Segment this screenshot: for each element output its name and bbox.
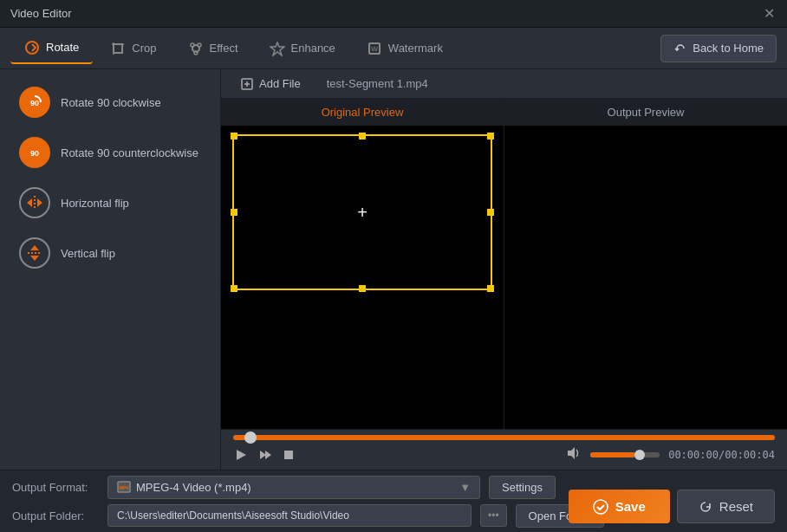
svg-point-6 bbox=[198, 43, 201, 47]
vertical-flip-option[interactable]: Vertical flip bbox=[5, 229, 215, 277]
tab-enhance-label: Enhance bbox=[291, 42, 335, 55]
svg-marker-14 bbox=[27, 198, 32, 207]
rotate-ccw-icon: 90 bbox=[19, 137, 50, 168]
svg-rect-25 bbox=[284, 451, 293, 459]
tab-watermark[interactable]: W Watermark bbox=[353, 34, 457, 63]
format-select[interactable]: MP4 MPEG-4 Video (*.mp4) ▼ bbox=[107, 476, 480, 499]
back-icon bbox=[673, 42, 687, 55]
crop-handle-tm[interactable] bbox=[359, 133, 366, 139]
folder-path[interactable]: C:\Users\editer\Documents\Aiseesoft Stud… bbox=[107, 504, 472, 527]
reset-label: Reset bbox=[719, 499, 753, 514]
crop-tab-icon bbox=[110, 41, 126, 56]
tab-bar-right: Back to Home bbox=[660, 35, 777, 62]
window-title: Video Editor bbox=[10, 7, 72, 20]
back-to-home-button[interactable]: Back to Home bbox=[660, 35, 777, 62]
title-bar: Video Editor ✕ bbox=[0, 0, 787, 28]
tab-enhance[interactable]: Enhance bbox=[256, 34, 349, 63]
crop-handle-bl[interactable] bbox=[231, 285, 237, 292]
svg-marker-24 bbox=[265, 451, 271, 459]
crop-handle-ml[interactable] bbox=[231, 209, 237, 216]
volume-thumb[interactable] bbox=[634, 450, 645, 460]
enhance-tab-icon bbox=[270, 41, 285, 56]
bottom-bar: Output Format: MP4 MPEG-4 Video (*.mp4) … bbox=[0, 470, 787, 532]
format-value: MPEG-4 Video (*.mp4) bbox=[136, 481, 251, 494]
crop-handle-tr[interactable] bbox=[487, 133, 494, 139]
svg-marker-26 bbox=[568, 447, 575, 459]
volume-icon bbox=[566, 445, 582, 464]
tab-crop-label: Crop bbox=[132, 42, 156, 55]
svg-marker-17 bbox=[30, 245, 39, 250]
progress-bar[interactable] bbox=[233, 435, 775, 440]
output-preview-panel: Output Preview bbox=[504, 99, 787, 429]
tab-bar: Rotate Crop Effect bbox=[0, 28, 787, 69]
back-to-home-label: Back to Home bbox=[693, 42, 764, 55]
original-preview-panel: Original Preview bbox=[221, 99, 504, 429]
crop-handle-br[interactable] bbox=[487, 285, 494, 292]
stop-icon bbox=[283, 450, 294, 460]
rotate-ccw-option[interactable]: 90 Rotate 90 counterclockwise bbox=[5, 128, 215, 177]
left-panel: 90 Rotate 90 clockwise 90 Rotate 90 coun… bbox=[0, 69, 221, 470]
output-format-label: Output Format: bbox=[12, 481, 99, 494]
reset-icon bbox=[699, 500, 712, 514]
output-folder-label: Output Folder: bbox=[12, 509, 99, 522]
tab-rotate[interactable]: Rotate bbox=[10, 33, 93, 64]
step-forward-button[interactable] bbox=[257, 447, 273, 463]
hflip-icon bbox=[19, 187, 50, 218]
save-button[interactable]: Save bbox=[569, 490, 670, 523]
file-bar: Add File test-Segment 1.mp4 bbox=[221, 69, 787, 99]
horizontal-flip-option[interactable]: Horizontal flip bbox=[5, 178, 215, 227]
rotate-tab-icon bbox=[24, 40, 40, 55]
dropdown-arrow-icon: ▼ bbox=[459, 481, 471, 494]
add-file-label: Add File bbox=[259, 77, 301, 90]
play-button[interactable] bbox=[233, 447, 249, 463]
close-button[interactable]: ✕ bbox=[761, 6, 777, 22]
settings-button[interactable]: Settings bbox=[489, 476, 556, 499]
rotate-cw-option[interactable]: 90 Rotate 90 clockwise bbox=[5, 78, 215, 127]
rotate-cw-label: Rotate 90 clockwise bbox=[61, 96, 161, 109]
tab-effect[interactable]: Effect bbox=[174, 34, 252, 63]
svg-marker-23 bbox=[260, 451, 266, 459]
volume-fill bbox=[590, 452, 635, 457]
original-video-area bbox=[221, 126, 504, 429]
controls-row: 00:00:00/00:00:04 bbox=[233, 445, 775, 464]
progress-thumb[interactable] bbox=[244, 431, 257, 444]
rotate-ccw-label: Rotate 90 counterclockwise bbox=[61, 146, 198, 159]
folder-ellipsis-button[interactable]: ••• bbox=[480, 504, 507, 527]
add-file-button[interactable]: Add File bbox=[231, 74, 309, 94]
hflip-label: Horizontal flip bbox=[61, 197, 129, 210]
svg-text:W: W bbox=[371, 45, 378, 53]
output-preview-label: Output Preview bbox=[504, 99, 787, 126]
crop-handle-mr[interactable] bbox=[487, 209, 494, 216]
main-content: 90 Rotate 90 clockwise 90 Rotate 90 coun… bbox=[0, 69, 787, 470]
vflip-label: Vertical flip bbox=[61, 247, 115, 260]
crop-box[interactable] bbox=[232, 134, 492, 290]
svg-marker-18 bbox=[30, 256, 39, 261]
tab-rotate-label: Rotate bbox=[46, 41, 79, 54]
output-video-area bbox=[504, 126, 787, 429]
svg-text:90: 90 bbox=[30, 99, 39, 107]
action-buttons: Save Reset bbox=[569, 490, 775, 523]
tab-crop[interactable]: Crop bbox=[96, 34, 170, 63]
play-icon bbox=[235, 449, 247, 461]
svg-marker-22 bbox=[237, 450, 246, 460]
svg-text:90: 90 bbox=[30, 149, 39, 158]
svg-marker-15 bbox=[37, 198, 42, 207]
crop-handle-bm[interactable] bbox=[359, 285, 366, 292]
save-icon bbox=[593, 499, 608, 515]
reset-button[interactable]: Reset bbox=[677, 490, 775, 523]
volume-slider[interactable] bbox=[590, 452, 660, 457]
original-preview-label: Original Preview bbox=[221, 99, 504, 126]
right-panel: Add File test-Segment 1.mp4 Original Pre… bbox=[221, 69, 787, 470]
preview-area: Original Preview Output Pre bbox=[221, 99, 787, 430]
rotate-cw-icon: 90 bbox=[19, 87, 50, 118]
settings-label: Settings bbox=[502, 481, 543, 494]
svg-point-5 bbox=[191, 43, 194, 47]
crop-handle-tl[interactable] bbox=[231, 133, 237, 139]
svg-rect-1 bbox=[114, 44, 122, 53]
playback-bar: 00:00:00/00:00:04 bbox=[221, 430, 787, 470]
file-name: test-Segment 1.mp4 bbox=[327, 77, 428, 90]
step-forward-icon bbox=[259, 449, 271, 461]
vflip-icon bbox=[19, 237, 50, 269]
svg-text:MP4: MP4 bbox=[120, 485, 129, 490]
stop-button[interactable] bbox=[282, 448, 296, 462]
